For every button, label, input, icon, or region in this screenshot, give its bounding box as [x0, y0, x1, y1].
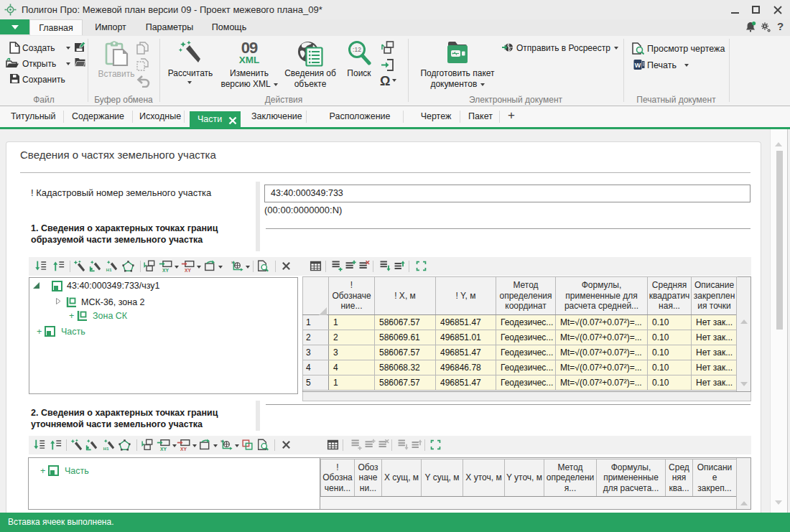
- svg-text:W: W: [635, 62, 641, 69]
- svg-text::12: :12: [353, 46, 361, 53]
